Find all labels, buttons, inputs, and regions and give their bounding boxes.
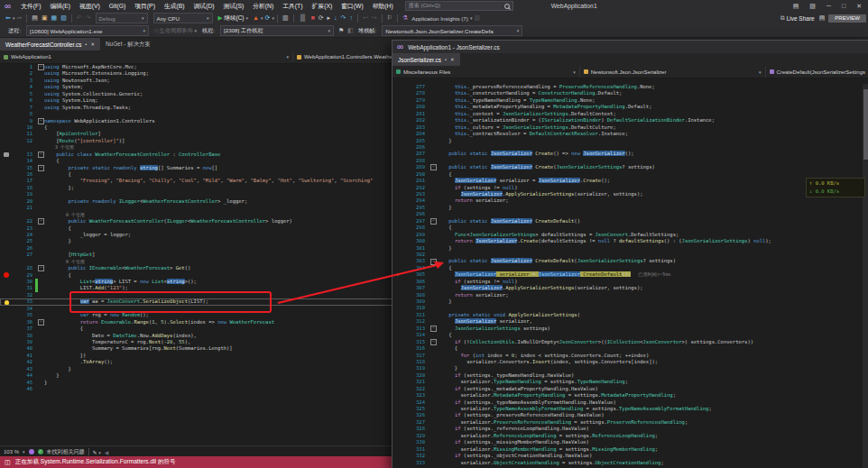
code-line[interactable]: 298 {	[392, 225, 868, 231]
floating-window-titlebar[interactable]: ∞ WebApplication1 - JsonSerializer.cs	[392, 41, 868, 53]
step-over-icon[interactable]: ↷	[341, 13, 346, 23]
editor-margin[interactable]	[0, 144, 13, 151]
line-number[interactable]: 27	[13, 252, 35, 258]
code-line[interactable]: 285 }	[392, 138, 868, 144]
line-number[interactable]: 44	[13, 372, 35, 379]
app-insights-icon[interactable]: ⚗	[402, 13, 408, 23]
breakpoint-margin[interactable]	[0, 97, 13, 104]
line-number[interactable]: 329	[405, 433, 428, 439]
platform-combo[interactable]: Any CPU▾	[153, 13, 213, 23]
line-number[interactable]: 310	[405, 305, 428, 311]
new-file-icon[interactable]: ▤	[32, 13, 38, 23]
menu-item-P[interactable]: 项目(P)	[130, 2, 160, 11]
show-diagnostics-icon[interactable]: ▥	[282, 13, 289, 23]
breakpoint-margin[interactable]	[392, 312, 405, 318]
breakpoint-margin[interactable]	[0, 366, 13, 372]
breakpoint-margin[interactable]	[392, 171, 405, 178]
stop-debugging-icon[interactable]: ■	[310, 13, 314, 23]
line-number[interactable]: 280	[405, 104, 428, 110]
fold-column[interactable]: −	[430, 259, 437, 265]
breakpoint-margin[interactable]	[0, 359, 13, 365]
breakpoint-margin[interactable]	[0, 292, 13, 298]
line-number[interactable]: 1	[13, 64, 35, 70]
breakpoint-margin[interactable]	[392, 178, 405, 184]
navigate-back-icon[interactable]: ⬅	[5, 13, 11, 23]
process-combo[interactable]: [10600] WebApplication1.exe▾	[26, 25, 149, 36]
project-dropdown[interactable]: Miscellaneous Files ▾	[392, 67, 580, 78]
live-share-button[interactable]: ⧉Live Share	[780, 14, 815, 22]
codelens-references[interactable]: 0 个引用	[44, 212, 85, 218]
breakpoint-margin[interactable]	[392, 164, 405, 170]
save-all-icon[interactable]: ▧	[60, 13, 67, 23]
breakpoint-margin[interactable]	[0, 171, 13, 178]
line-number[interactable]: 312	[405, 318, 428, 325]
line-number[interactable]: 305	[405, 271, 428, 278]
line-number[interactable]: 279	[405, 97, 428, 104]
breakpoint-margin[interactable]	[392, 412, 405, 418]
breakpoint-margin[interactable]	[392, 97, 405, 104]
menu-item-S[interactable]: 测试(S)	[219, 2, 249, 11]
zoom-level[interactable]: 103 %	[4, 449, 19, 454]
code-line[interactable]: 277 this._preserveReferencesHandling = P…	[392, 84, 868, 90]
flag-icon[interactable]: ⚑	[338, 25, 344, 36]
code-line[interactable]: 306 if (settings != null)	[392, 279, 868, 285]
line-number[interactable]: 278	[405, 90, 428, 96]
member-dropdown[interactable]: CreateDefault(JsonSerializerSettings	[766, 67, 868, 78]
breakpoint-margin[interactable]	[0, 380, 13, 386]
line-number[interactable]: 296	[405, 211, 428, 217]
line-number[interactable]: 323	[405, 392, 428, 399]
code-line[interactable]: 323 serializer.MetadataPropertyHandling …	[392, 392, 868, 399]
collapse-icon[interactable]: −	[430, 339, 437, 345]
line-number[interactable]: 330	[405, 439, 428, 445]
breakpoint-margin[interactable]	[0, 105, 13, 111]
line-number[interactable]: 16	[13, 171, 35, 178]
breakpoint-margin[interactable]	[0, 272, 13, 279]
breakpoint-margin[interactable]	[0, 198, 13, 205]
breakpoint-margin[interactable]	[392, 372, 405, 379]
line-number[interactable]: 7	[13, 105, 35, 111]
collapse-icon[interactable]: −	[430, 259, 437, 265]
breakpoint-margin[interactable]	[392, 285, 405, 291]
line-number[interactable]: 3	[13, 78, 35, 84]
codelens-references[interactable]: 3 个引用	[44, 144, 74, 151]
breakpoint-margin[interactable]	[392, 353, 405, 359]
collapse-icon[interactable]: −	[430, 164, 437, 170]
collapse-icon[interactable]: −	[38, 218, 44, 225]
breakpoint-margin[interactable]	[392, 265, 405, 271]
line-number[interactable]: 306	[405, 279, 428, 285]
breakpoint-margin[interactable]	[392, 90, 405, 96]
breakpoint-margin[interactable]	[392, 318, 405, 325]
breakpoint-margin[interactable]	[0, 339, 13, 345]
code-line[interactable]: 314 {	[392, 332, 868, 338]
line-number[interactable]: 321	[405, 379, 428, 385]
code-line[interactable]: 304 {	[392, 265, 868, 271]
line-number[interactable]: 311	[405, 312, 428, 318]
collapse-icon[interactable]: −	[38, 165, 44, 171]
maximize-icon[interactable]: □	[839, 3, 848, 9]
continue-button[interactable]: ▶继续(C)▾	[218, 14, 249, 23]
line-number[interactable]: 20	[13, 198, 35, 205]
fold-column[interactable]: −	[38, 118, 44, 124]
code-line[interactable]: 312 JsonSerializer serializer,	[392, 318, 868, 325]
line-number[interactable]: 333	[405, 460, 428, 466]
line-number[interactable]: 21	[13, 205, 35, 211]
lightbulb-icon[interactable]	[5, 300, 9, 305]
lifecycle-events-button[interactable]: □ 生命周期事件 ▾	[154, 27, 197, 35]
caret-down-icon[interactable]: ▾	[470, 15, 473, 21]
nav-forward2-icon[interactable]: ↪	[372, 13, 377, 23]
code-line[interactable]: 311 private static void ApplySerializerS…	[392, 312, 868, 318]
line-number[interactable]: 284	[405, 131, 428, 137]
menu-item-F[interactable]: 文件(F)	[16, 2, 45, 11]
redo-icon[interactable]: ↷	[86, 13, 91, 23]
breakpoint-margin[interactable]	[392, 339, 405, 345]
menu-item-B[interactable]: 生成(B)	[160, 2, 189, 11]
code-line[interactable]: 313− JsonSerializerSettings settings)	[392, 326, 868, 332]
breakpoint-margin[interactable]	[392, 124, 405, 131]
line-number[interactable]: 13	[13, 151, 35, 158]
line-number[interactable]: 39	[13, 339, 35, 345]
breakpoint-margin[interactable]	[0, 306, 13, 312]
breakpoint-margin[interactable]	[0, 333, 13, 339]
hot-reload-icon[interactable]: ▲	[253, 13, 259, 23]
line-number[interactable]: 33	[13, 298, 35, 305]
breakpoint-margin[interactable]	[392, 453, 405, 459]
